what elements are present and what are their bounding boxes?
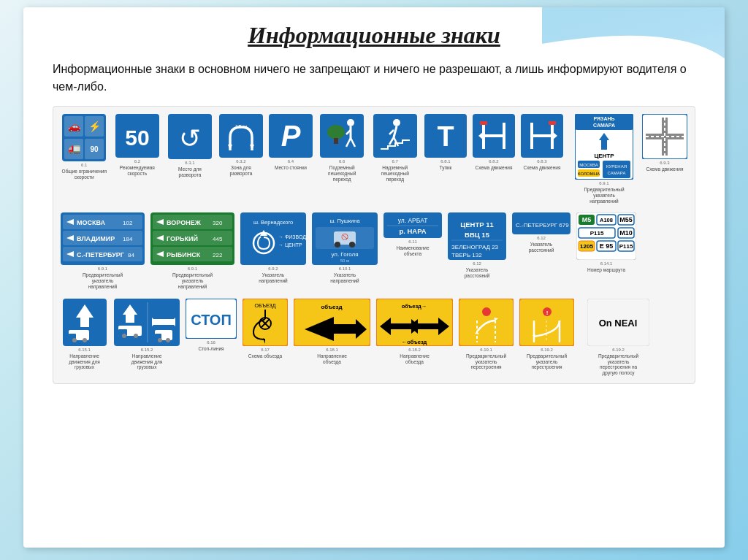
- corner-decoration: [542, 7, 725, 58]
- svg-text:P115: P115: [619, 243, 633, 250]
- sign-code-dir-green: 6.9.1: [188, 266, 197, 271]
- svg-rect-14: [219, 114, 263, 158]
- dir-blue-1-svg: МОСКВА 102 ВЛАДИМИР 184 С.-ПЕТЕРБУРГ 84: [61, 212, 145, 265]
- sign-item-pushkin: ш. Пушкина 🚫 ул. Гоголя 50 м 6.10.1 Указ…: [312, 212, 378, 284]
- sign-code-bypass-right: 6.18.1: [326, 348, 338, 352]
- svg-text:E 95: E 95: [600, 242, 614, 250]
- svg-text:ВОРОНЕЖ: ВОРОНЕЖ: [167, 219, 202, 226]
- sign-code-lane-1: 6.19.1: [480, 348, 492, 352]
- sign-label-6-3-1: Место для разворота: [167, 166, 213, 178]
- stop-svg: СТОП: [186, 299, 237, 339]
- svg-text:P: P: [281, 120, 301, 152]
- svg-text:ЦЕНТР  11: ЦЕНТР 11: [460, 220, 494, 229]
- svg-text:КОЛОМНА: КОЛОМНА: [578, 172, 600, 176]
- sign-label-6-3-2: Зона для разворота: [219, 165, 263, 177]
- svg-text:МОСКВА: МОСКВА: [579, 163, 598, 167]
- svg-point-142: [72, 338, 77, 342]
- svg-text:ЦЕНТР: ЦЕНТР: [594, 153, 614, 159]
- sign-item-stop: СТОП 6.16 Стоп-линия: [186, 299, 237, 352]
- svg-text:САМАРА: САМАРА: [608, 171, 626, 175]
- sign-item-6-3-1: ↺ 6.3.1 Место для разворота: [167, 114, 213, 178]
- sign-item-bypass-both: объезд→ ←объезд 6.18.2 Направление объез…: [376, 299, 453, 365]
- svg-text:⚡: ⚡: [88, 120, 102, 133]
- sign-item-6-4: P 6.4 Место стоянки: [269, 114, 313, 171]
- on-neal-text: On NEAl: [599, 318, 638, 329]
- svg-text:ул. Гоголя: ул. Гоголя: [331, 251, 358, 258]
- svg-text:КУРЕНАЯ: КУРЕНАЯ: [606, 164, 627, 169]
- sign-code-spb: 6.12: [537, 236, 546, 240]
- bypass-schema-svg: ОБЪЕЗД: [243, 299, 288, 346]
- svg-text:ш. Вернадского: ш. Вернадского: [253, 219, 293, 226]
- sign-item-dir-round: ш. Вернадского → ФИЗВОД → ЦЕНТР 6.9.2 Ук…: [240, 212, 306, 284]
- sign-code-6-8-3: 6.8.3: [537, 159, 546, 164]
- svg-text:90: 90: [91, 145, 99, 153]
- sign-item-dir-blue-1: МОСКВА 102 ВЛАДИМИР 184 С.-ПЕТЕРБУРГ 84 …: [61, 212, 145, 289]
- sign-code-6-8-2: 6.8.2: [489, 159, 498, 164]
- sign-label-truck-1: Направление движения для грузовых: [61, 353, 108, 370]
- svg-text:84: 84: [128, 252, 134, 258]
- svg-text:🚗: 🚗: [68, 120, 81, 133]
- svg-text:←объезд: ←объезд: [402, 339, 427, 345]
- sign-6-8-1-svg: Т: [424, 114, 467, 158]
- svg-text:ВВЦ    15: ВВЦ 15: [465, 231, 490, 239]
- sign-item-6-2: 50 6.2 Рекомендуемая скорость: [114, 114, 161, 177]
- sign-code-ryazan: 6.9.1: [599, 181, 608, 185]
- svg-text:M10: M10: [619, 229, 633, 237]
- sign-label-cross-schema: Схема движения: [646, 166, 684, 172]
- sign-label-6-8-3: Схема движения: [524, 165, 561, 171]
- sign-code-6-3-2: 6.3.2: [236, 159, 245, 164]
- svg-point-158: [166, 338, 170, 342]
- sign-code-distances: 6.12: [473, 261, 481, 266]
- svg-text:→ ЦЕНТР: → ЦЕНТР: [278, 242, 302, 248]
- sign-code-cross-schema: 6.9.3: [660, 161, 669, 165]
- sign-item-6-1: 🚗 ⚡ 🚛 90 6.1 Общие ограничения скорости: [61, 114, 108, 180]
- sign-item-distances: ЦЕНТР 11 ВВЦ 15 ЗЕЛЕНОГРАД 23 ТВЕРЬ 132 …: [448, 212, 506, 279]
- sign-code-pushkin: 6.10.1: [339, 266, 351, 271]
- sign-label-bypass-right: Направление объезда: [308, 353, 356, 365]
- sign-code-6-6: 6.6: [339, 159, 345, 164]
- ryazan-sign-svg: РЯЗАНЬ САМАРА ЦЕНТР МОСКВА КОЛОМНА КУРЕН…: [575, 114, 633, 180]
- distances-svg: ЦЕНТР 11 ВВЦ 15 ЗЕЛЕНОГРАД 23 ТВЕРЬ 132: [448, 212, 506, 260]
- cross-schema-svg: [642, 114, 687, 159]
- svg-rect-53: [601, 139, 607, 150]
- sign-code-routes: 6.14.1: [600, 261, 613, 266]
- svg-text:↺: ↺: [179, 123, 201, 153]
- sign-code-lane-2: 6.19.2: [541, 348, 553, 352]
- dir-green-svg: ВОРОНЕЖ 320 ГОРЬКИЙ 445 РЫБИНСК 222: [150, 212, 234, 265]
- signs-row-1: 🚗 ⚡ 🚛 90 6.1 Общие ограничения скорости …: [61, 114, 687, 204]
- sign-label-dir-blue-1: Предварительный указатель направлений: [79, 272, 126, 289]
- sign-item-truck-arrow-2: 6.15.2 Направление движения для грузовых: [114, 299, 180, 370]
- sign-item-6-8-1: Т 6.8.1 Тупик: [424, 114, 467, 171]
- sign-code-dir-blue-1: 6.9.1: [98, 266, 107, 271]
- svg-rect-146: [126, 314, 134, 323]
- truck-arrow-1-svg: [63, 299, 107, 346]
- sign-item-bypass-right: объезд 6.18.1 Направление объезда: [294, 299, 370, 365]
- sign-label-6-2: Рекомендуемая скорость: [114, 165, 161, 177]
- sign-label-truck-2: Направление движения для грузовых: [123, 353, 171, 370]
- svg-text:🚫: 🚫: [341, 233, 348, 240]
- sign-code-stop: 6.16: [207, 340, 215, 345]
- svg-point-23: [347, 119, 354, 126]
- svg-text:ОБЪЕЗД: ОБЪЕЗД: [255, 303, 276, 309]
- svg-text:ЗЕЛЕНОГРАД  23: ЗЕЛЕНОГРАД 23: [451, 244, 499, 250]
- svg-rect-154: [152, 319, 175, 325]
- sign-6-6-svg: [320, 114, 364, 158]
- bypass-both-svg: объезд→ ←объезд: [376, 299, 453, 346]
- sign-label-pushkin: Указатель направлений: [321, 272, 369, 284]
- svg-text:222: 222: [213, 252, 223, 258]
- lane-change-2-svg: !: [519, 299, 574, 346]
- svg-text:С.-ПЕТЕРБУРГ 679: С.-ПЕТЕРБУРГ 679: [516, 222, 569, 229]
- svg-text:ул. АРБАТ: ул. АРБАТ: [398, 217, 428, 224]
- sign-item-6-8-2: 6.8.2 Схема движения: [473, 114, 515, 171]
- sign-label-bypass-schema: Схема объезда: [248, 353, 282, 359]
- svg-text:ГОРЬКИЙ: ГОРЬКИЙ: [167, 234, 198, 242]
- sign-6-3-2-svg: 15 м: [219, 114, 263, 158]
- svg-text:Т: Т: [437, 121, 454, 152]
- arbat-svg: ул. АРБАТ р. НАРА: [383, 212, 442, 238]
- sign-label-lane-2: Предварительный указатель перестроения: [523, 353, 570, 370]
- svg-rect-22: [334, 138, 338, 144]
- svg-text:ш. Пушкина: ш. Пушкина: [329, 218, 360, 224]
- sign-code-6-2: 6.2: [134, 159, 140, 164]
- sign-label-lane-1: Предварительный указатель перестроения: [462, 353, 510, 370]
- svg-rect-59: [603, 161, 630, 178]
